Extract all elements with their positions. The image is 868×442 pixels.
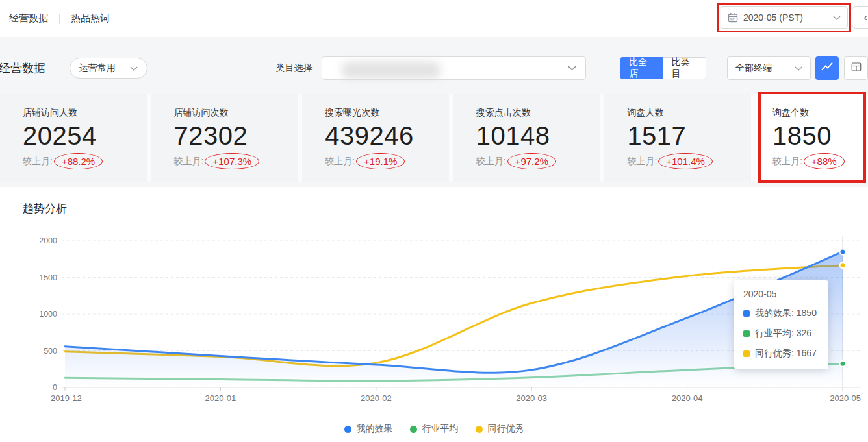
kpi-card-search-impressions[interactable]: 搜索曝光次数 439246 较上月: +19.1% [302, 94, 449, 182]
mom-label: 较上月: [772, 156, 802, 167]
legend-label: 同行优秀 [488, 423, 524, 435]
svg-text:1000: 1000 [39, 310, 57, 319]
control-band: 经营数据 运营常用 类目选择 比全店 比类目 全部终端 [0, 37, 868, 187]
tab-hot-products[interactable]: 热品热词 [71, 12, 110, 25]
legend-dot-green [410, 426, 417, 433]
chart-view-button[interactable] [815, 56, 839, 80]
svg-text:2000: 2000 [39, 236, 57, 245]
category-select[interactable] [322, 56, 586, 80]
mom-change-circled: +97.2% [507, 153, 556, 169]
kpi-card-search-clicks[interactable]: 搜索点击次数 10148 较上月: +97.2% [453, 94, 600, 182]
kpi-title: 搜索曝光次数 [325, 107, 449, 119]
filter-row: 经营数据 运营常用 类目选择 比全店 比类目 全部终端 [0, 55, 868, 81]
mom-label: 较上月: [23, 156, 53, 167]
mom-label: 较上月: [627, 156, 657, 167]
svg-text:2020-05: 2020-05 [830, 393, 861, 403]
kpi-value: 10148 [476, 121, 600, 151]
tooltip-value: 我的效果: 1850 [755, 308, 817, 319]
kpi-card-inquiry-count[interactable]: 询盘个数 1850 较上月: +88% [756, 94, 868, 182]
tooltip-row: 行业平均: 326 [743, 328, 819, 339]
calendar-icon [728, 12, 738, 23]
legend-item-my-performance[interactable]: 我的效果 [344, 423, 393, 435]
trend-title: 趋势分析 [0, 187, 868, 216]
legend-item-peer-excellent[interactable]: 同行优秀 [476, 423, 524, 435]
kpi-title: 询盘个数 [772, 107, 868, 119]
mom-change-circled: +101.4% [658, 153, 713, 169]
kpi-card-inquiry-people[interactable]: 询盘人数 1517 较上月: +101.4% [604, 94, 751, 182]
preset-dropdown[interactable]: 运营常用 [70, 58, 147, 79]
date-picker-value: 2020-05 (PST) [743, 12, 803, 23]
mom-change-circled: +88.2% [54, 153, 103, 169]
legend-item-industry-average[interactable]: 行业平均 [410, 423, 459, 435]
preset-dropdown-value: 运营常用 [79, 62, 116, 74]
section-title: 经营数据 [0, 60, 45, 76]
mom-label: 较上月: [325, 156, 355, 167]
svg-text:2019-12: 2019-12 [51, 393, 82, 403]
tooltip-row: 同行优秀: 1667 [743, 348, 819, 360]
compare-whole-store-button[interactable]: 比全店 [620, 57, 663, 79]
kpi-value: 72302 [174, 121, 298, 151]
svg-text:500: 500 [44, 347, 57, 356]
tooltip-value: 行业平均: 326 [755, 328, 811, 339]
kpi-card-row: 店铺访问人数 20254 较上月: +88.2% 店铺访问次数 72302 较上… [0, 94, 868, 182]
top-nav: 经营数据 热品热词 [9, 12, 110, 25]
trend-section: 趋势分析 05001000150020002019-122020-012020-… [0, 187, 868, 435]
legend-dot-yellow [476, 426, 483, 433]
month-date-picker[interactable]: 2020-05 (PST) [721, 6, 848, 29]
chevron-down-icon [833, 16, 841, 20]
legend-dot-blue [344, 426, 351, 433]
terminal-dropdown[interactable]: 全部终端 [727, 56, 811, 80]
compare-category-button[interactable]: 比类目 [663, 57, 706, 79]
chart-tooltip: 2020-05 我的效果: 1850 行业平均: 326 同行优秀: 1667 [734, 280, 828, 369]
chevron-down-icon [568, 66, 576, 71]
svg-text:2020-03: 2020-03 [516, 393, 547, 403]
kpi-card-store-visits[interactable]: 店铺访问次数 72302 较上月: +107.3% [151, 94, 298, 182]
tab-business-data[interactable]: 经营数据 [9, 12, 48, 25]
kpi-value: 1517 [627, 121, 751, 151]
compare-segmented-control: 比全店 比类目 [620, 57, 706, 79]
tooltip-value: 同行优秀: 1667 [755, 348, 817, 360]
mom-change-circled: +107.3% [205, 153, 259, 169]
chart-legend: 我的效果 行业平均 同行优秀 [0, 423, 868, 435]
legend-label: 我的效果 [357, 423, 393, 435]
tooltip-row: 我的效果: 1850 [743, 308, 819, 319]
svg-text:2020-02: 2020-02 [361, 393, 392, 403]
nav-divider [59, 14, 60, 24]
prev-month-button[interactable]: ‹ [852, 6, 868, 29]
mom-label: 较上月: [476, 156, 506, 167]
date-picker-area: 2020-05 (PST) ‹ [721, 6, 848, 29]
top-bar: 经营数据 热品热词 2020-05 (PST) ‹ [0, 0, 868, 37]
trend-chart-area: 05001000150020002019-122020-012020-02202… [0, 224, 868, 409]
kpi-value: 20254 [23, 121, 147, 151]
legend-label: 行业平均 [422, 423, 459, 435]
kpi-title: 店铺访问人数 [23, 107, 147, 119]
series-swatch-peer-excellent [743, 350, 750, 357]
series-swatch-industry-average [743, 330, 750, 337]
table-icon [850, 61, 862, 75]
svg-text:2020-04: 2020-04 [672, 393, 703, 403]
mom-change-circled: +19.1% [356, 153, 405, 169]
kpi-card-store-visitors[interactable]: 店铺访问人数 20254 较上月: +88.2% [0, 94, 147, 182]
table-view-button[interactable] [844, 56, 868, 80]
terminal-dropdown-value: 全部终端 [735, 62, 772, 74]
category-select-label: 类目选择 [275, 62, 312, 74]
kpi-title: 店铺访问次数 [174, 107, 298, 119]
chevron-down-icon [795, 66, 802, 71]
mom-label: 较上月: [174, 156, 204, 167]
kpi-title: 搜索点击次数 [476, 107, 600, 119]
redacted-category-value [342, 62, 440, 79]
svg-text:1500: 1500 [39, 273, 57, 282]
tooltip-date: 2020-05 [743, 289, 819, 299]
svg-text:0: 0 [53, 383, 57, 392]
line-chart-icon [821, 60, 834, 76]
kpi-title: 询盘人数 [627, 107, 751, 119]
svg-text:2020-01: 2020-01 [205, 393, 236, 403]
chevron-down-icon [130, 66, 138, 71]
mom-change-circled: +88% [804, 153, 845, 169]
series-swatch-my-performance [743, 310, 750, 317]
kpi-value: 439246 [325, 121, 449, 151]
kpi-value: 1850 [772, 121, 868, 151]
